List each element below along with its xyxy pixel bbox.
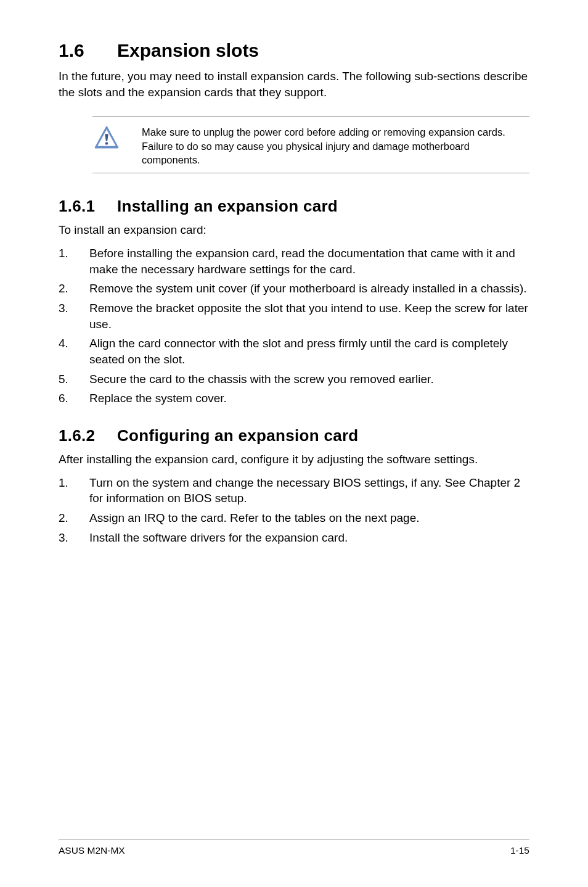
section-intro: In the future, you may need to install e… xyxy=(59,68,529,100)
page-footer: ASUS M2N-MX 1-15 xyxy=(59,840,529,856)
list-item: Secure the card to the chassis with the … xyxy=(59,371,529,387)
list-item: Assign an IRQ to the card. Refer to the … xyxy=(59,510,529,526)
section-number: 1.6 xyxy=(59,40,117,61)
svg-point-0 xyxy=(105,142,108,145)
subsection-intro: After installing the expansion card, con… xyxy=(59,453,529,466)
list-item: Before installing the expansion card, re… xyxy=(59,245,529,277)
footer-right: 1-15 xyxy=(510,845,529,856)
subsection-title: Configuring an expansion card xyxy=(117,426,359,445)
section-heading: 1.6Expansion slots xyxy=(59,40,529,61)
subsection-intro: To install an expansion card: xyxy=(59,223,529,237)
section-title: Expansion slots xyxy=(117,40,259,60)
subsection-title: Installing an expansion card xyxy=(117,197,338,215)
subsection-number: 1.6.1 xyxy=(59,197,117,216)
list-item: Replace the system cover. xyxy=(59,390,529,406)
configure-steps-list: Turn on the system and change the necess… xyxy=(59,475,529,546)
footer-left: ASUS M2N-MX xyxy=(59,845,125,856)
list-item: Remove the bracket opposite the slot tha… xyxy=(59,300,529,332)
install-steps-list: Before installing the expansion card, re… xyxy=(59,245,529,406)
list-item: Turn on the system and change the necess… xyxy=(59,475,529,506)
warning-text: Make sure to unplug the power cord befor… xyxy=(126,123,529,167)
subsection-heading: 1.6.1Installing an expansion card xyxy=(59,197,529,216)
list-item: Align the card connector with the slot a… xyxy=(59,336,529,367)
list-item: Install the software drivers for the exp… xyxy=(59,530,529,546)
subsection-number: 1.6.2 xyxy=(59,426,117,445)
list-item: Remove the system unit cover (if your mo… xyxy=(59,281,529,297)
subsection-heading: 1.6.2Configuring an expansion card xyxy=(59,426,529,445)
warning-icon xyxy=(92,123,126,152)
warning-callout: Make sure to unplug the power cord befor… xyxy=(92,116,529,173)
